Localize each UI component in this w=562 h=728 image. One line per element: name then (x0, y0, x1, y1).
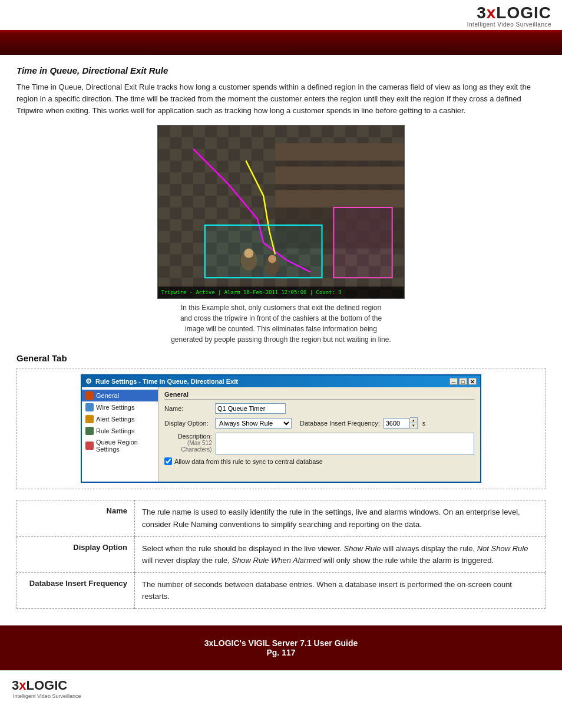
prop-label-display: Display Option (17, 536, 135, 572)
bottom-bar: 3xLOGIC Intelligent Video Surveillance (0, 670, 562, 706)
minimize-button[interactable]: ─ (449, 378, 458, 385)
desc-sublabel: (Max 512 Characters) (164, 440, 212, 453)
checkbox-row: Allow data from this rule to sync to cen… (164, 457, 474, 465)
table-row: Database Insert Frequency The number of … (17, 572, 546, 608)
db-freq-label: Database Insert Frequency: (300, 420, 380, 427)
general-icon (85, 391, 94, 400)
sidebar-item-queue[interactable]: Queue Region Settings (82, 437, 158, 454)
image-container: Tripwire - Active | Alarm 16-Feb-2011 12… (16, 125, 546, 345)
main-content: Time in Queue, Directional Exit Rule The… (0, 55, 562, 625)
win-titlebar: ⚙ Rule Settings - Time in Queue, Directi… (82, 375, 480, 387)
win-main-area: General Name: Display Option: Always Sho… (158, 387, 480, 482)
sidebar-item-general[interactable]: General (82, 390, 158, 401)
svg-rect-8 (275, 190, 404, 208)
footer-line1: 3xLOGIC's VIGIL Server 7.1 User Guide (6, 638, 556, 648)
description-label-area: Description: (Max 512 Characters) (164, 433, 212, 455)
sidebar-label-wire: Wire Settings (96, 404, 134, 411)
display-select[interactable]: Always Show Rule Not Show Rule Show Rule… (215, 418, 292, 429)
name-input[interactable] (215, 403, 286, 414)
display-label: Display Option: (164, 420, 211, 427)
footer: 3xLOGIC's VIGIL Server 7.1 User Guide Pg… (0, 625, 562, 670)
close-button[interactable]: ✕ (468, 378, 477, 385)
image-caption: In this Example shot, only customers tha… (157, 302, 405, 345)
win-section-label: General (164, 391, 474, 400)
prop-value-display: Select when the rule should be displayed… (135, 536, 546, 572)
sidebar-label-alert: Alert Settings (96, 416, 134, 423)
table-row: Display Option Select when the rule shou… (17, 536, 546, 572)
display-db-row: Display Option: Always Show Rule Not Sho… (164, 417, 474, 429)
header-logo: 3xLOGIC Intelligent Video Surveillance (467, 5, 551, 28)
rule-icon (85, 427, 94, 435)
properties-table: Name The rule name is used to easily ide… (16, 500, 546, 609)
maximize-button[interactable]: □ (459, 378, 467, 385)
svg-rect-7 (275, 167, 404, 185)
dialog-container: ⚙ Rule Settings - Time in Queue, Directi… (16, 368, 546, 489)
prop-value-name: The rule name is used to easily identify… (135, 500, 546, 536)
prop-value-dbfreq: The number of seconds between database e… (135, 572, 546, 608)
dialog-icon: ⚙ (85, 377, 92, 386)
sidebar-item-wire[interactable]: Wire Settings (82, 401, 158, 413)
bottom-tagline: Intelligent Video Surveillance (13, 693, 81, 699)
win-body: General Wire Settings Alert Settings Rul… (82, 387, 480, 482)
description-row: Description: (Max 512 Characters) (164, 433, 474, 455)
bottom-logo: 3xLOGIC Intelligent Video Surveillance (12, 678, 81, 699)
desc-label: Description: (164, 433, 212, 440)
win-sidebar: General Wire Settings Alert Settings Rul… (82, 387, 158, 482)
prop-label-dbfreq: Database Insert Frequency (17, 572, 135, 608)
sidebar-item-alert[interactable]: Alert Settings (82, 413, 158, 425)
spinbox-buttons: ▲ ▼ (410, 417, 418, 429)
svg-rect-10 (333, 207, 392, 278)
sync-checkbox[interactable] (164, 457, 172, 465)
sidebar-item-rule[interactable]: Rule Settings (82, 425, 158, 437)
spinbox-down[interactable]: ▼ (410, 423, 417, 429)
sidebar-label-rule: Rule Settings (96, 427, 134, 434)
db-freq-input[interactable] (384, 418, 410, 429)
footer-line2: Pg. 117 (6, 648, 556, 657)
sync-label: Allow data from this rule to sync to cen… (174, 458, 323, 465)
titlebar-buttons: ─ □ ✕ (449, 378, 477, 385)
svg-rect-6 (275, 143, 404, 161)
table-row: Name The rule name is used to easily ide… (17, 500, 546, 536)
section-body: The Time in Queue, Directional Exit Rule… (16, 81, 546, 117)
sidebar-label-general: General (96, 392, 119, 399)
logo-text: 3xLOGIC (477, 5, 551, 21)
db-freq-unit: s (422, 420, 426, 427)
general-tab-title: General Tab (16, 353, 546, 363)
section-title: Time in Queue, Directional Exit Rule (16, 65, 546, 75)
spinbox-up[interactable]: ▲ (410, 418, 417, 423)
wire-icon (85, 403, 94, 411)
page-header: 3xLOGIC Intelligent Video Surveillance (0, 0, 562, 32)
name-row: Name: (164, 403, 474, 414)
camera-image: Tripwire - Active | Alarm 16-Feb-2011 12… (157, 125, 405, 299)
name-label: Name: (164, 405, 211, 412)
bottom-logo-text: 3xLOGIC (12, 678, 81, 693)
svg-text:Tripwire - Active | Alarm 16-F: Tripwire - Active | Alarm 16-Feb-2011 12… (161, 289, 341, 295)
win-dialog: ⚙ Rule Settings - Time in Queue, Directi… (81, 374, 481, 483)
description-textarea[interactable] (216, 433, 474, 455)
svg-point-14 (268, 255, 276, 263)
prop-label-name: Name (17, 500, 135, 536)
sidebar-label-queue: Queue Region Settings (96, 439, 154, 453)
logo-tagline: Intelligent Video Surveillance (467, 21, 551, 28)
dialog-title: Rule Settings - Time in Queue, Direction… (95, 378, 238, 385)
red-bar (0, 32, 562, 55)
alert-icon (85, 415, 94, 423)
svg-rect-9 (205, 225, 322, 278)
svg-point-12 (244, 249, 253, 258)
queue-icon (85, 442, 94, 450)
db-freq-spinbox: ▲ ▼ (384, 417, 418, 429)
